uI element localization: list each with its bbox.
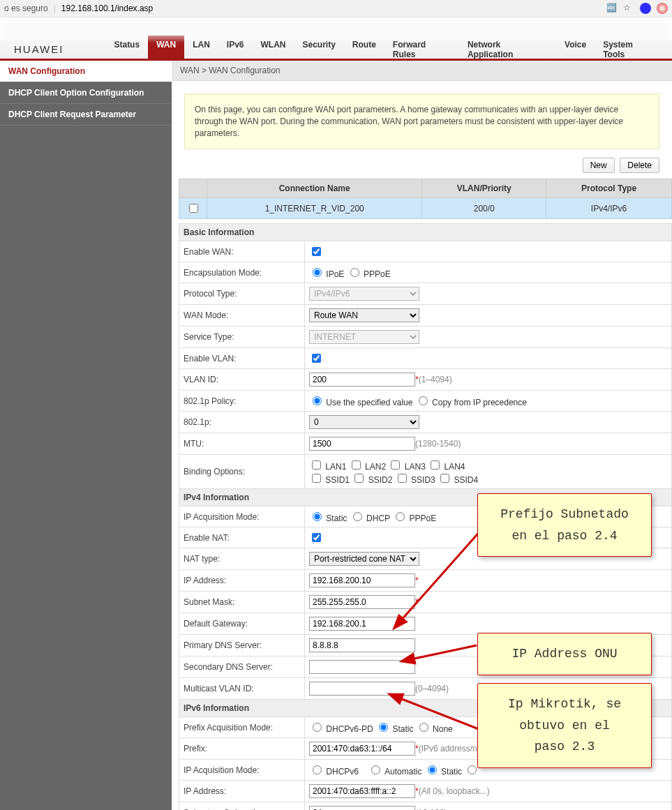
protocol-type-select[interactable]: IPv4/IPv6 bbox=[309, 287, 419, 301]
radio-auto[interactable] bbox=[371, 765, 380, 774]
label-enable-wan: Enable WAN: bbox=[179, 241, 305, 262]
service-type-select[interactable]: INTERNET bbox=[309, 330, 419, 344]
url-text: 192.168.100.1/index.asp bbox=[61, 3, 153, 13]
radio-extra[interactable] bbox=[468, 765, 477, 774]
bind-lan3[interactable] bbox=[391, 460, 400, 470]
label-ip-acq: IP Acquisition Mode: bbox=[179, 507, 305, 527]
cell-proto: IPv4/IPv6 bbox=[546, 198, 672, 219]
delete-button[interactable]: Delete bbox=[620, 158, 659, 173]
dns2-input[interactable] bbox=[309, 660, 415, 674]
brand-logo: HUAWEI bbox=[14, 43, 64, 55]
new-button[interactable]: New bbox=[583, 158, 615, 173]
radio-ipoe[interactable] bbox=[313, 268, 322, 277]
sidebar: WAN Configuration DHCP Client Option Con… bbox=[0, 61, 172, 810]
label-dns1: Primary DNS Server: bbox=[179, 635, 305, 657]
th-protocol-type: Protocol Type bbox=[546, 179, 672, 198]
label-ipaddr6: IP Address: bbox=[179, 781, 305, 802]
radio-static[interactable] bbox=[313, 512, 322, 521]
radio-static62[interactable] bbox=[428, 765, 437, 774]
breadcrumb: WAN > WAN Configuration bbox=[172, 61, 672, 81]
label-service: Service Type: bbox=[179, 327, 305, 348]
radio-use-specified[interactable] bbox=[313, 396, 322, 405]
translate-icon[interactable]: 🔤 bbox=[606, 3, 618, 14]
bind-ssid1[interactable] bbox=[312, 474, 321, 483]
label-mtu: MTU: bbox=[179, 433, 305, 455]
label-prefix: Prefix: bbox=[179, 738, 305, 760]
radio-none[interactable] bbox=[419, 723, 428, 732]
bind-ssid4[interactable] bbox=[440, 474, 449, 483]
section-basic: Basic Information bbox=[179, 224, 672, 241]
sidebar-item-dhcp-option[interactable]: DHCP Client Option Configuration bbox=[0, 82, 172, 104]
label-enable-nat: Enable NAT: bbox=[179, 527, 305, 548]
star-icon[interactable]: ☆ bbox=[623, 3, 634, 14]
radio-copy-ip[interactable] bbox=[419, 396, 428, 405]
enable-vlan-checkbox[interactable] bbox=[312, 354, 321, 363]
label-enable-vlan: Enable VLAN: bbox=[179, 348, 305, 369]
ext-icon-2[interactable] bbox=[657, 3, 668, 14]
secure-label: o es seguro bbox=[4, 3, 48, 13]
sidebar-item-dhcp-request[interactable]: DHCP Client Request Parameter bbox=[0, 104, 172, 126]
callout-prefix: Prefijo Subnetado en el paso 2.4 bbox=[477, 493, 652, 557]
header: HUAWEI Status WAN LAN IPv6 WLAN Security… bbox=[0, 40, 672, 61]
ipaddr-input[interactable] bbox=[309, 573, 415, 587]
ipaddr6-input[interactable] bbox=[309, 784, 415, 798]
cell-vlan: 200/0 bbox=[422, 198, 546, 219]
mask-input[interactable] bbox=[309, 595, 415, 609]
radio-pppoe2[interactable] bbox=[396, 512, 405, 521]
label-ipaddr: IP Address: bbox=[179, 570, 305, 592]
label-wan-mode: WAN Mode: bbox=[179, 305, 305, 327]
page-description: On this page, you can configure WAN port… bbox=[184, 93, 659, 149]
sidebar-item-wan-config[interactable]: WAN Configuration bbox=[0, 61, 172, 82]
label-nat-type: NAT type: bbox=[179, 548, 305, 570]
connection-table: Connection Name VLAN/Priority Protocol T… bbox=[179, 179, 672, 219]
radio-dhcpv6[interactable] bbox=[313, 765, 322, 774]
bind-ssid3[interactable] bbox=[398, 474, 407, 483]
main-panel: WAN > WAN Configuration On this page, yo… bbox=[172, 61, 672, 810]
radio-static6[interactable] bbox=[379, 723, 388, 732]
th-vlan-priority: VLAN/Priority bbox=[422, 179, 546, 198]
label-mask: Subnet Mask: bbox=[179, 592, 305, 613]
th-connection-name: Connection Name bbox=[207, 179, 422, 198]
table-row[interactable]: 1_INTERNET_R_VID_200 200/0 IPv4/IPv6 bbox=[179, 198, 672, 219]
label-vlanid: VLAN ID: bbox=[179, 369, 305, 391]
ext-icon-1[interactable] bbox=[640, 3, 651, 14]
gw-input[interactable] bbox=[309, 617, 415, 631]
label-ip-acq6: IP Acquisition Mode: bbox=[179, 760, 305, 781]
enable-wan-checkbox[interactable] bbox=[312, 247, 321, 256]
radio-dhcp[interactable] bbox=[353, 512, 362, 521]
row-checkbox[interactable] bbox=[189, 204, 198, 213]
nat-type-select[interactable]: Port-restricted cone NAT bbox=[309, 552, 419, 566]
bind-ssid2[interactable] bbox=[354, 474, 364, 483]
label-8021p: 802.1p: bbox=[179, 412, 305, 433]
label-dns2: Secondary DNS Server: bbox=[179, 657, 305, 678]
wan-mode-select[interactable]: Route WAN bbox=[309, 308, 419, 322]
bind-lan2[interactable] bbox=[352, 460, 361, 470]
label-mvlan: Multicast VLAN ID: bbox=[179, 678, 305, 700]
bookmarks-bar bbox=[0, 17, 672, 40]
cell-connection-name: 1_INTERNET_R_VID_200 bbox=[207, 198, 422, 219]
8021p-select[interactable]: 0 bbox=[309, 415, 419, 429]
label-binding: Binding Options: bbox=[179, 455, 305, 489]
mtu-input[interactable] bbox=[309, 437, 415, 451]
radio-pppoe[interactable] bbox=[350, 268, 359, 277]
callout-mikrotik: Ip Mikrotik, se obtuvo en el paso 2.3 bbox=[477, 683, 652, 768]
label-splen: Subnet prefix length: bbox=[179, 802, 305, 810]
vlanid-input[interactable] bbox=[309, 373, 415, 387]
callout-ip-onu: IP Address ONU bbox=[477, 633, 652, 675]
th-checkbox bbox=[179, 179, 207, 198]
dns1-input[interactable] bbox=[309, 638, 415, 652]
enable-nat-checkbox[interactable] bbox=[312, 533, 321, 542]
label-encap: Encapsulation Mode: bbox=[179, 262, 305, 283]
splen-input[interactable] bbox=[309, 806, 415, 810]
browser-address-bar: o es seguro | 192.168.100.1/index.asp 🔤 … bbox=[0, 0, 672, 17]
label-proto: Protocol Type: bbox=[179, 283, 305, 305]
label-8021p-policy: 802.1p Policy: bbox=[179, 391, 305, 412]
bind-lan4[interactable] bbox=[431, 460, 440, 470]
radio-dhcpv6pd[interactable] bbox=[313, 723, 322, 732]
label-prefix-acq: Prefix Acquisition Mode: bbox=[179, 717, 305, 738]
mvlan-input[interactable] bbox=[309, 682, 415, 696]
prefix-input[interactable] bbox=[309, 742, 415, 756]
label-gw: Default Gateway: bbox=[179, 613, 305, 635]
bind-lan1[interactable] bbox=[312, 460, 321, 470]
